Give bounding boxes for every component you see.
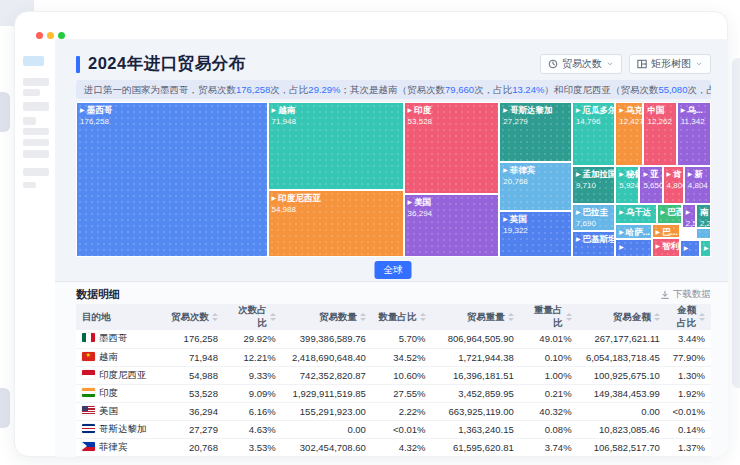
treemap-cell[interactable]: ▶乌干达 [615,204,656,224]
expand-icon: ▶ [643,171,648,177]
summary-highlight: 13.24% [512,84,544,95]
treemap-cell[interactable]: ▶肯4,806 [663,166,684,204]
column-header[interactable]: 金额占比 [666,304,711,330]
treemap-cell[interactable]: ▶巴拉圭7,690 [572,204,615,231]
column-header[interactable]: 重量占比 [520,304,578,330]
global-scope-button[interactable]: 全球 [375,261,412,279]
column-header[interactable]: 次数占比 [224,304,282,330]
expand-icon: ▶ [619,244,624,250]
background-card-right [732,58,740,388]
table-row[interactable]: 印度53,5289.09%1,929,911,519.8527.55%3,452… [76,384,711,402]
treemap-cell[interactable]: ▶越南71,948 [268,102,404,190]
column-header[interactable]: 贸易重量 [432,304,520,330]
sidebar-item[interactable] [23,139,49,146]
value-cell: 49.01% [520,330,578,348]
sidebar-item[interactable] [23,78,49,86]
treemap-cell[interactable]: ▶菲律宾20,768 [499,162,572,211]
sidebar-item[interactable] [23,150,49,158]
column-header[interactable]: 贸易次数 [160,304,224,330]
treemap-cell[interactable]: ▶乌克兰12,427 [615,102,643,166]
sort-icon[interactable] [420,313,426,321]
destination-cell: 哥斯达黎加 [76,420,160,438]
sort-icon[interactable] [654,313,660,321]
treemap-cell[interactable]: ▶亚5,650 [639,166,662,204]
treemap-cell-value: 36,294 [408,209,496,218]
treemap-cell[interactable]: ▶墨西哥176,258 [76,102,268,257]
treemap-cell[interactable]: ▶哥斯达黎加27,279 [499,102,572,162]
treemap-cell[interactable]: ▶印度尼西亚54,988 [268,190,404,257]
treemap-cell[interactable]: ▶孟加拉国9,710 [572,166,615,204]
download-icon [660,290,670,300]
treemap-cell[interactable]: 中国12,262 [643,102,676,166]
column-header[interactable]: 贸易数量 [282,304,372,330]
value-cell: 149,384,453.99 [578,384,666,402]
sort-icon[interactable] [360,313,366,321]
treemap-cell[interactable]: ▶巴基斯坦 [572,231,615,257]
table-row[interactable]: 美国36,2946.16%155,291,923.002.22%663,925,… [76,402,711,420]
treemap-cell[interactable]: ▶乌...11,342 [677,102,711,166]
chart-type-select[interactable]: 矩形树图 [629,54,711,74]
treemap-cell[interactable]: ▶ [615,239,651,257]
treemap-cell[interactable]: ▶巴西 [657,204,682,224]
expand-icon: ▶ [656,243,661,249]
download-data-link[interactable]: 下载数据 [660,288,711,301]
table-row[interactable]: 哥斯达黎加27,2794.63%0.00<0.01%1,363,240.150.… [76,420,711,438]
expand-icon: ▶ [704,245,709,251]
treemap-cell-value: 71,948 [272,117,400,126]
background-tab-left-lower [0,388,10,428]
treemap-cell[interactable]: ▶2,5 [682,204,696,228]
sort-icon[interactable] [508,313,514,321]
treemap-cell[interactable]: ▶印度53,528 [404,102,500,194]
sidebar-item[interactable] [23,182,36,188]
treemap-cell[interactable]: ▶ [700,240,711,257]
table-row[interactable]: 墨西哥176,25829.92%399,386,589.765.70%806,9… [76,330,711,348]
treemap-cell[interactable]: ▶秘鲁5,924 [615,166,639,204]
sidebar-item[interactable] [23,168,49,176]
treemap-cell[interactable]: ▶新4,804 [684,166,711,204]
sidebar-item[interactable] [23,102,49,111]
treemap-cell[interactable] [696,228,711,239]
treemap-cell[interactable]: ▶厄瓜多尔14,796 [572,102,615,166]
sort-icon[interactable] [699,313,705,321]
table-row[interactable]: 印度尼西亚54,9889.33%742,352,820.8710.60%16,3… [76,366,711,384]
treemap-cell-label: ▶厄瓜多尔 [576,105,611,116]
destination-cell: 印度尼西亚 [76,366,160,384]
treemap-cell[interactable]: ▶美国36,294 [404,194,500,257]
value-cell: <0.01% [372,420,432,438]
sidebar-item[interactable] [23,128,49,135]
treemap-cell[interactable]: ▶英国19,322 [499,211,572,257]
table-row[interactable]: 越南71,94812.21%2,418,690,648.4034.52%1,72… [76,348,711,366]
treemap-cell[interactable]: 南2,2 [696,204,711,228]
treemap-cell[interactable]: ▶ [680,240,700,257]
sidebar-item[interactable] [23,89,40,96]
column-header-label: 贸易金额 [613,311,651,324]
treemap-cell-label: ▶ [704,243,707,254]
value-cell: 1.37% [666,438,711,456]
sort-icon[interactable] [270,313,276,321]
treemap-cell[interactable]: ▶巴... [652,224,680,238]
sort-icon[interactable] [566,313,572,321]
treemap-cell-label: ▶肯 [667,169,680,180]
treemap-cell-value: 5,924 [619,181,635,190]
metric-select[interactable]: 贸易次数 [540,54,622,74]
value-cell: 1,363,240.15 [432,420,520,438]
sidebar-item-active[interactable] [23,56,44,66]
destination-cell: 美国 [76,402,160,420]
sort-icon[interactable] [212,313,218,321]
maximize-window-icon[interactable] [58,32,65,39]
close-window-icon[interactable] [36,32,43,39]
expand-icon: ▶ [619,229,624,235]
column-header[interactable]: 数量占比 [372,304,432,330]
app-window: 2024年进口贸易分布 贸易次数 矩形树图 进口第一的国家为墨西哥，贸易次数17… [14,11,728,457]
value-cell: 663,925,119.00 [432,402,520,420]
column-header[interactable]: 贸易金额 [578,304,666,330]
sidebar-item[interactable] [23,117,36,125]
treemap-cell[interactable]: ▶智利 [652,238,680,257]
flag-us-icon [82,406,95,415]
minimize-window-icon[interactable] [47,32,54,39]
value-cell: 6.16% [224,402,282,420]
table-row[interactable]: 菲律宾20,7683.53%302,454,708.604.32%61,595,… [76,438,711,456]
destination-label: 越南 [99,351,118,362]
treemap-cell-label: ▶墨西哥 [80,105,264,116]
treemap-cell[interactable]: ▶哈萨... [615,224,651,239]
